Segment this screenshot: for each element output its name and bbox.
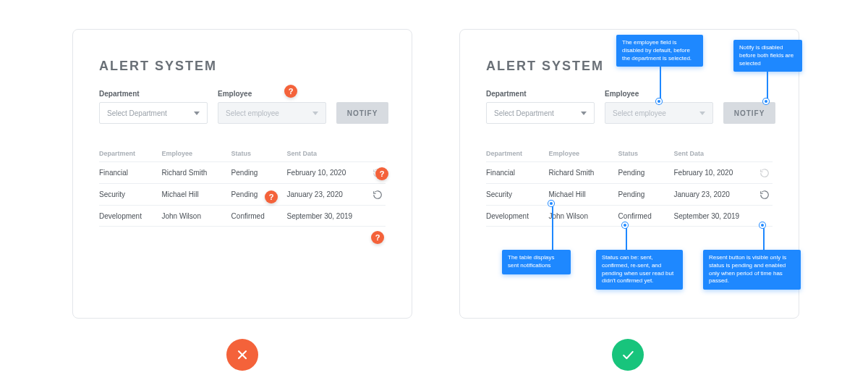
table-header-row: Department Employee Status Sent Data xyxy=(486,150,773,161)
table-row: Financial Richard Smith Pending February… xyxy=(99,161,386,183)
employee-label: Employee xyxy=(218,90,326,98)
department-field: Department Select Department xyxy=(99,90,208,124)
department-select[interactable]: Select Department xyxy=(99,102,208,124)
table-row: Development John Wilson Confirmed Septem… xyxy=(486,205,773,227)
resend-icon[interactable] xyxy=(760,190,770,200)
filters-row: Department Select Department Employee Se… xyxy=(486,90,773,124)
question-mark-icon: ? xyxy=(265,190,278,203)
question-mark-icon: ? xyxy=(284,85,297,98)
notifications-table: Department Employee Status Sent Data Fin… xyxy=(99,150,386,227)
question-mark-icon: ? xyxy=(375,167,388,180)
employee-field: Employee Select employee xyxy=(218,90,326,124)
annotation-dot-icon xyxy=(548,201,554,206)
resend-icon xyxy=(760,168,770,178)
th-status: Status xyxy=(231,150,287,157)
verdict-good-icon xyxy=(612,339,644,371)
chevron-down-icon xyxy=(312,112,318,115)
example-panel-bad: ALERT SYSTEM Department Select Departmen… xyxy=(72,29,412,319)
notify-button: NOTIFY xyxy=(336,102,388,124)
department-placeholder: Select Department xyxy=(107,109,167,117)
employee-select: Select employee xyxy=(218,102,326,124)
th-sent-data: Sent Data xyxy=(287,150,370,157)
annotation-employee-disabled: The employee field is disabled by defaul… xyxy=(616,35,703,67)
department-select[interactable]: Select Department xyxy=(486,102,595,124)
annotation-leader xyxy=(763,228,765,250)
annotation-dot-icon xyxy=(656,98,662,104)
resend-icon[interactable] xyxy=(373,190,383,200)
annotation-resend-logic: Resent button is visible only is status … xyxy=(703,250,801,290)
notifications-table: Department Employee Status Sent Data Fin… xyxy=(486,150,773,227)
annotation-leader xyxy=(626,228,627,250)
notify-button: NOTIFY xyxy=(723,102,775,124)
filters-row: Department Select Department Employee Se… xyxy=(99,90,386,124)
annotation-table-purpose: The table displays sent notifications xyxy=(502,250,571,274)
employee-label: Employee xyxy=(605,90,713,98)
annotation-leader xyxy=(660,64,661,98)
department-field: Department Select Department xyxy=(486,90,595,124)
employee-field: Employee Select employee xyxy=(605,90,713,124)
th-sent-data: Sent Data xyxy=(674,150,757,157)
annotation-dot-icon xyxy=(760,222,765,228)
employee-placeholder: Select employee xyxy=(613,109,666,117)
verdict-bad-icon xyxy=(226,339,258,371)
th-status: Status xyxy=(618,150,674,157)
th-department: Department xyxy=(486,150,549,157)
chevron-down-icon xyxy=(194,112,200,115)
table-row: Financial Richard Smith Pending February… xyxy=(486,161,773,183)
department-placeholder: Select Department xyxy=(494,109,554,117)
table-header-row: Department Employee Status Sent Data xyxy=(99,150,386,161)
annotation-dot-icon xyxy=(763,98,769,104)
th-employee: Employee xyxy=(549,150,618,157)
employee-select: Select employee xyxy=(605,102,713,124)
employee-placeholder: Select employee xyxy=(226,109,279,117)
th-department: Department xyxy=(99,150,162,157)
annotation-dot-icon xyxy=(622,222,628,228)
chevron-down-icon xyxy=(699,112,705,115)
th-employee: Employee xyxy=(162,150,231,157)
department-label: Department xyxy=(486,90,595,98)
annotation-leader xyxy=(767,59,768,98)
table-row: Development John Wilson Confirmed Septem… xyxy=(99,205,386,227)
department-label: Department xyxy=(99,90,208,98)
annotation-status-values: Status can be: sent, confirmed, re-sent,… xyxy=(596,250,683,290)
chevron-down-icon xyxy=(581,112,587,115)
question-mark-icon: ? xyxy=(371,231,384,244)
annotation-leader xyxy=(552,206,553,250)
table-row: Security Michael Hill Pending January 23… xyxy=(486,183,773,205)
table-row: Security Michael Hill Pending January 23… xyxy=(99,183,386,205)
page-title: ALERT SYSTEM xyxy=(99,59,386,74)
